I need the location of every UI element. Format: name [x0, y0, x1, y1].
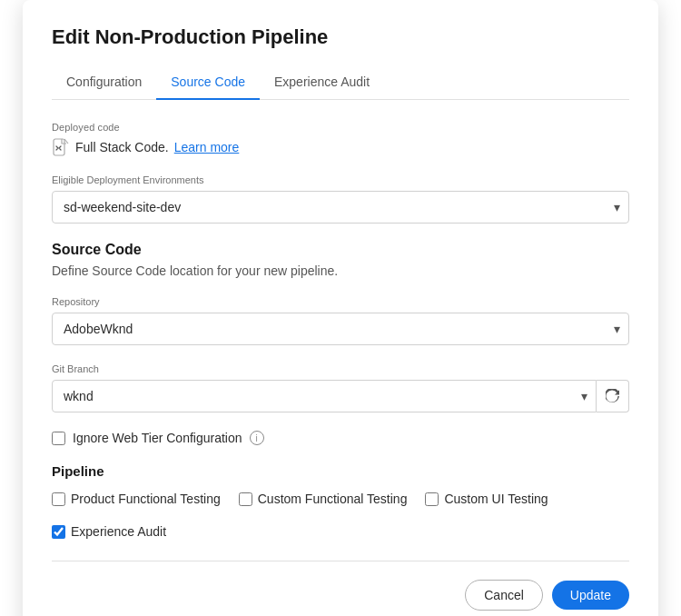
source-code-description: Define Source Code location for your new…: [52, 263, 629, 278]
deployed-code-row: Full Stack Code. Learn more: [52, 138, 629, 156]
git-branch-field: Git Branch wknd ▾: [52, 363, 629, 412]
custom-ui-label: Custom UI Testing: [444, 492, 548, 506]
eligible-environments-label: Eligible Deployment Environments: [52, 174, 629, 185]
custom-ui-checkbox[interactable]: [425, 492, 439, 506]
info-icon[interactable]: i: [250, 431, 264, 445]
repository-label: Repository: [52, 296, 629, 307]
file-code-icon: [52, 138, 70, 156]
pipeline-check-custom-ui: Custom UI Testing: [425, 492, 548, 506]
learn-more-link[interactable]: Learn more: [174, 140, 240, 154]
git-branch-row: wknd ▾: [52, 380, 629, 412]
git-branch-select[interactable]: wknd: [52, 380, 597, 412]
source-code-heading: Source Code: [52, 242, 629, 258]
eligible-environments-field: Eligible Deployment Environments sd-week…: [52, 174, 629, 224]
svg-rect-0: [54, 139, 64, 155]
modal-title: Edit Non-Production Pipeline: [52, 25, 629, 49]
pipeline-checks: Product Functional Testing Custom Functi…: [52, 492, 629, 539]
tabs-bar: Configuration Source Code Experience Aud…: [52, 67, 629, 100]
tab-configuration[interactable]: Configuration: [52, 67, 156, 100]
repository-select-wrapper: AdobeWknd ▾: [52, 313, 629, 345]
repository-field: Repository AdobeWknd ▾: [52, 296, 629, 345]
ignore-web-tier-label: Ignore Web Tier Configuration: [73, 431, 242, 445]
footer-divider: [52, 561, 629, 561]
deployed-code-label: Deployed code: [52, 122, 629, 133]
ignore-web-tier-row: Ignore Web Tier Configuration i: [52, 431, 629, 445]
refresh-button[interactable]: [597, 380, 629, 412]
experience-audit-label: Experience Audit: [71, 524, 166, 539]
pipeline-check-custom-functional: Custom Functional Testing: [239, 492, 408, 506]
custom-functional-label: Custom Functional Testing: [258, 492, 408, 506]
git-branch-select-wrapper: wknd ▾: [52, 380, 597, 412]
tab-experience-audit[interactable]: Experience Audit: [260, 67, 384, 100]
custom-functional-checkbox[interactable]: [239, 492, 252, 506]
experience-audit-checkbox[interactable]: [52, 525, 65, 539]
update-button[interactable]: Update: [552, 581, 629, 610]
cancel-button[interactable]: Cancel: [465, 580, 543, 611]
deployed-code-section: Deployed code Full Stack Code. Learn mor…: [52, 122, 629, 156]
modal: Edit Non-Production Pipeline Configurati…: [23, 0, 658, 616]
refresh-icon: [606, 389, 620, 403]
product-functional-label: Product Functional Testing: [71, 492, 221, 506]
modal-footer: Cancel Update: [52, 580, 629, 611]
product-functional-checkbox[interactable]: [52, 492, 65, 506]
pipeline-check-experience-audit: Experience Audit: [52, 524, 166, 539]
tab-source-code[interactable]: Source Code: [156, 67, 260, 100]
eligible-environments-select[interactable]: sd-weekend-site-dev: [52, 191, 629, 224]
git-branch-label: Git Branch: [52, 363, 629, 374]
ignore-web-tier-checkbox[interactable]: [52, 432, 65, 445]
deployed-code-value: Full Stack Code.: [75, 140, 169, 154]
eligible-environments-select-wrapper: sd-weekend-site-dev ▾: [52, 191, 629, 224]
pipeline-check-product-functional: Product Functional Testing: [52, 492, 221, 506]
pipeline-heading: Pipeline: [52, 463, 629, 479]
repository-select[interactable]: AdobeWknd: [52, 313, 629, 345]
